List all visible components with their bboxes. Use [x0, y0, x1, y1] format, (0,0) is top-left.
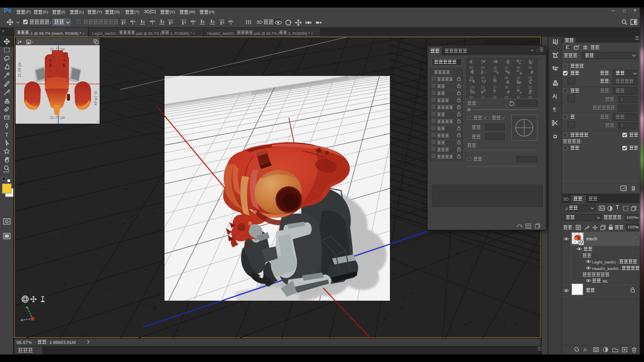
svg-text:T: T: [5, 132, 9, 138]
svg-text:11.72 px: 11.72 px: [50, 115, 65, 120]
svg-text:¶: ¶: [553, 107, 556, 113]
svg-text:11.72 px: 11.72 px: [50, 47, 65, 51]
svg-text:11.16 px: 11.16 px: [17, 62, 22, 77]
svg-text:11.16 px: 11.16 px: [94, 90, 98, 106]
svg-text:fx: fx: [584, 347, 587, 352]
svg-text:A|: A|: [552, 94, 557, 99]
